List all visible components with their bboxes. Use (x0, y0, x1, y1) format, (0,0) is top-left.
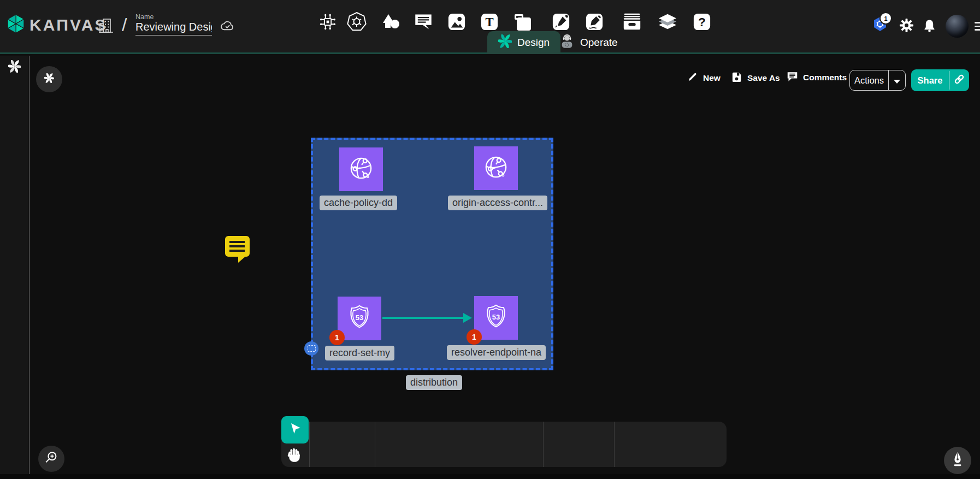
logo[interactable]: KAΠVAS (7, 14, 107, 36)
svg-text:T: T (485, 15, 493, 28)
shapes-icon (381, 11, 402, 34)
node-record-set[interactable]: 53 (338, 297, 381, 340)
quick-actions-button[interactable] (36, 66, 62, 92)
node-origin-access-control[interactable] (474, 146, 518, 190)
tool-mesh-components[interactable] (318, 0, 338, 45)
actions-dropdown-button[interactable] (889, 75, 905, 86)
new-button[interactable]: New (687, 72, 721, 85)
pen-nib-button[interactable] (944, 447, 971, 474)
edge-arrowhead-icon (463, 313, 472, 323)
tool-media[interactable] (447, 0, 467, 45)
tool-text[interactable]: T (480, 0, 499, 45)
cloudfront-globe-icon (481, 152, 511, 184)
kubernetes-context-count: 1 (879, 12, 892, 25)
tool-pen[interactable] (552, 0, 570, 45)
copy-link-button[interactable] (949, 73, 969, 87)
svg-text:53: 53 (356, 314, 363, 322)
window-bottom-strip (0, 474, 980, 479)
share-button-label: Share (911, 75, 949, 86)
design-name-field: Name (135, 13, 212, 36)
pen-path-icon (552, 13, 570, 33)
organization-building-icon[interactable] (98, 17, 114, 37)
drawer-archive-icon (622, 12, 642, 34)
tool-layers[interactable] (657, 0, 678, 45)
kanvas-app: KAΠVAS / Name (0, 0, 980, 479)
dashed-rect-icon (308, 345, 316, 352)
help-question-icon: ? (693, 13, 711, 33)
tool-shapes[interactable] (381, 0, 402, 45)
tool-pencil[interactable] (585, 0, 604, 45)
actions-button-label: Actions (850, 75, 888, 86)
design-name-input[interactable] (135, 21, 212, 36)
comment-bubble-icon (414, 13, 433, 33)
tool-sticky-note[interactable] (513, 0, 533, 45)
kubernetes-context-button[interactable]: 1 (873, 16, 887, 34)
tool-kubernetes[interactable] (346, 0, 368, 45)
text-icon: T (480, 13, 499, 33)
node-label-resolver-endpoint[interactable]: resolver-endpoint-na (447, 345, 546, 360)
tool-pan[interactable] (286, 445, 303, 467)
cursor-arrow-icon (288, 422, 302, 438)
comment-marker[interactable] (225, 236, 250, 257)
menu-hamburger-icon[interactable] (975, 20, 980, 33)
node-label-record-set[interactable]: record-set-my (325, 346, 394, 360)
link-icon (953, 73, 965, 87)
svg-text:53: 53 (492, 313, 500, 321)
breadcrumb-slash: / (122, 14, 127, 36)
tool-select[interactable] (281, 416, 309, 443)
comment-marker-bubble-icon (225, 236, 250, 257)
node-badge-resolver-endpoint[interactable]: 1 (467, 329, 482, 345)
tool-dock (281, 422, 727, 467)
group-label-distribution[interactable]: distribution (406, 375, 462, 390)
sticky-note-icon (513, 12, 533, 34)
actions-button[interactable]: Actions (849, 70, 906, 91)
kubernetes-helm-icon (346, 11, 368, 35)
user-avatar[interactable] (946, 15, 969, 38)
comments-button-label: Comments (803, 73, 847, 82)
floppy-save-icon (731, 71, 742, 85)
caret-down-icon (894, 80, 900, 84)
comments-button[interactable]: Comments (787, 71, 847, 84)
tool-help[interactable]: ? (693, 0, 711, 45)
hand-icon (286, 447, 303, 465)
settings-gear-icon[interactable] (899, 18, 914, 35)
pencil-icon (687, 72, 698, 85)
tool-comment[interactable] (414, 0, 433, 45)
save-as-button-label: Save As (747, 73, 780, 83)
zoom-in-button[interactable] (38, 446, 64, 472)
node-cache-policy[interactable] (339, 147, 383, 191)
svg-text:?: ? (698, 14, 706, 28)
route53-shield-icon: 53 (481, 302, 511, 334)
node-badge-record-set[interactable]: 1 (329, 330, 345, 345)
node-label-origin-access-control[interactable]: origin-access-contr... (448, 196, 547, 210)
circuit-chip-icon (318, 12, 338, 34)
logo-hexagon-icon (7, 14, 25, 36)
left-sidebar: › (0, 56, 29, 479)
comment-icon (787, 71, 798, 84)
kanvas-spiral-icon (498, 34, 512, 51)
name-field-label: Name (135, 13, 212, 21)
cloud-saved-icon[interactable] (220, 20, 235, 34)
notifications-bell-icon[interactable] (923, 19, 936, 35)
pencil-draw-icon (585, 13, 604, 33)
new-button-label: New (703, 73, 721, 83)
share-button[interactable]: Share (911, 69, 969, 91)
cloudfront-globe-icon (346, 153, 376, 185)
flower-icon (44, 73, 54, 85)
image-icon (447, 13, 467, 33)
tool-drawer[interactable] (622, 0, 642, 45)
route53-shield-icon: 53 (345, 303, 374, 334)
pen-nib-icon (951, 451, 965, 470)
logo-text: KAΠVAS (29, 16, 107, 34)
zoom-in-magnifier-icon (44, 450, 59, 468)
meshery-spiral-icon[interactable] (8, 60, 21, 75)
save-as-button[interactable]: Save As (731, 71, 780, 85)
edge-record-set-to-resolver[interactable] (382, 317, 464, 319)
node-label-cache-policy[interactable]: cache-policy-dd (320, 196, 397, 210)
group-selection-badge[interactable] (304, 341, 318, 356)
layers-icon (657, 13, 678, 33)
